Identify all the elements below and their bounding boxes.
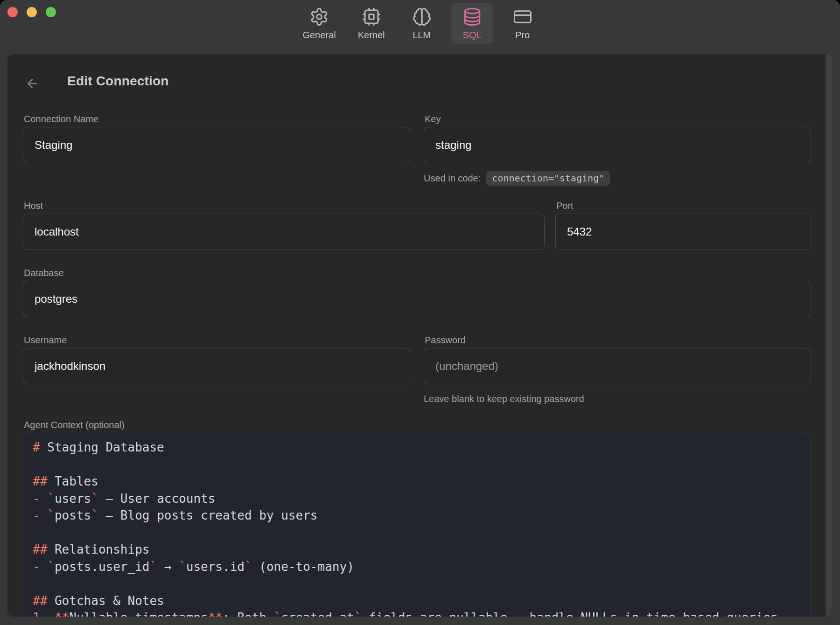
connection-name-label: Connection Name (24, 114, 98, 125)
database-icon (462, 7, 482, 28)
cpu-icon (362, 7, 381, 28)
host-label: Host (24, 201, 43, 211)
tab-pro[interactable]: Pro (502, 3, 544, 44)
minimize-button[interactable] (27, 7, 37, 17)
tab-label: Kernel (358, 30, 385, 40)
hint-prefix: Used in code: (424, 173, 481, 184)
tab-sql[interactable]: SQL (451, 3, 493, 44)
tab-label: General (302, 30, 336, 40)
code-line: - `users` — User accounts (33, 490, 801, 507)
edit-connection-panel: Edit Connection Connection Name Key Used… (7, 54, 833, 617)
settings-tab-bar: General Kernel LLM SQL Pro (0, 0, 840, 44)
zoom-button[interactable] (46, 7, 56, 17)
key-input[interactable] (424, 127, 811, 163)
code-line (33, 575, 801, 592)
password-input[interactable] (424, 348, 811, 384)
username-input[interactable] (23, 348, 410, 384)
agent-context-label: Agent Context (optional) (24, 420, 125, 431)
back-button[interactable] (21, 76, 43, 92)
close-button[interactable] (7, 7, 18, 17)
code-line (33, 524, 801, 542)
password-label: Password (425, 335, 466, 346)
port-input[interactable] (555, 214, 811, 250)
tab-label: LLM (413, 30, 431, 40)
code-line: - `posts` — Blog posts created by users (33, 507, 801, 524)
username-label: Username (24, 335, 67, 346)
arrow-left-icon (23, 85, 41, 92)
code-line: - `posts.user_id` → `users.id` (one-to-m… (33, 558, 801, 576)
password-helper-text: Leave blank to keep existing password (424, 394, 584, 404)
scrollbar-track[interactable] (826, 54, 833, 617)
code-line: 1. **Nullable timestamps**: Both `create… (33, 609, 801, 617)
code-line: # Staging Database (33, 439, 801, 456)
tab-label: Pro (515, 30, 530, 40)
agent-context-editor[interactable]: # Staging Database ## Tables- `users` — … (23, 433, 811, 617)
database-label: Database (24, 268, 64, 278)
settings-window: General Kernel LLM SQL Pro (0, 0, 840, 625)
connection-name-input[interactable] (23, 127, 410, 163)
key-usage-hint: Used in code: connection="staging" (424, 171, 610, 186)
gear-icon (309, 7, 329, 28)
key-label: Key (425, 114, 441, 125)
tab-kernel[interactable]: Kernel (350, 3, 392, 44)
tab-label: SQL (463, 30, 482, 40)
tab-general[interactable]: General (296, 3, 342, 44)
code-line: ## Tables (33, 473, 801, 490)
database-input[interactable] (23, 281, 811, 317)
code-line: ## Relationships (33, 541, 801, 558)
port-label: Port (556, 201, 574, 211)
hint-code-pill: connection="staging" (486, 171, 610, 186)
code-line: ## Gotchas & Notes (33, 592, 801, 610)
tab-llm[interactable]: LLM (401, 3, 443, 44)
host-input[interactable] (23, 214, 545, 250)
brain-icon (412, 7, 432, 28)
traffic-lights (7, 7, 56, 17)
page-title: Edit Connection (67, 74, 169, 89)
credit-card-icon (513, 7, 532, 28)
code-line (33, 456, 801, 473)
